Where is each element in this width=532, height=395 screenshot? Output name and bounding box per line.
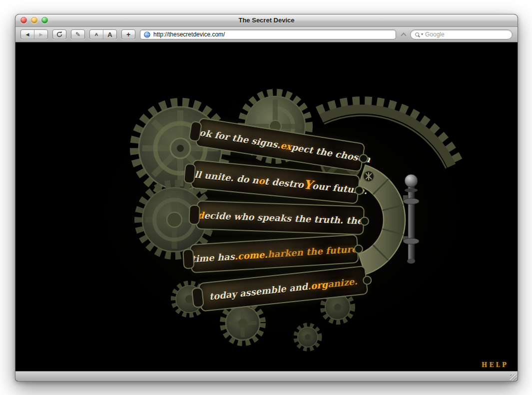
reload-button[interactable] [52,29,66,39]
field-resize-handle[interactable] [401,32,406,37]
title-bar[interactable]: The Secret Device [15,14,518,27]
desktop: { "window": { "title": "The Secret Devic… [0,0,532,395]
plaque-3-text: ecide who speaks the truth. the [204,210,363,226]
plaque-2-text-3: our future. [312,180,368,196]
add-bookmark-icon: + [126,30,130,38]
gear-small-bottom-center [223,303,263,343]
plaque-3-highlight: d [197,210,204,220]
history-nav-group: ◀ ▶ [20,29,48,39]
plaque-2-text: will unite. do n [183,168,259,185]
text-size-group: A A [89,29,117,39]
larger-text-icon: A [107,31,112,38]
zoom-button[interactable] [41,17,48,23]
smaller-text-icon: A [95,32,98,37]
plaque-1-text-2: pect the chosen [291,141,371,164]
larger-text-button[interactable]: A [103,30,116,39]
toolbar: ◀ ▶ ✎ A A + [15,27,518,42]
plaque-3[interactable]: decide who speaks the truth. the [196,200,365,235]
plaque-4-highlight: .come. [234,249,268,261]
search-caret-icon: ▾ [421,32,423,36]
add-bookmark-button[interactable]: + [121,29,135,39]
close-button[interactable] [20,17,27,23]
address-field[interactable]: http://thesecretdevice.com/ [140,29,396,39]
forward-icon: ▶ [39,32,43,37]
browser-window: The Secret Device ◀ ▶ ✎ A A [15,14,518,382]
forward-button[interactable]: ▶ [34,30,47,39]
help-link[interactable]: HELP [482,362,509,369]
status-bar [15,371,518,382]
plaque-4-gold: harken the future [267,243,358,259]
search-placeholder: Google [425,31,445,38]
address-value: http://thesecretdevice.com/ [153,31,225,38]
compose-button[interactable]: ✎ [71,29,85,39]
gear-tiny-bottom [296,325,320,349]
compose-icon: ✎ [75,31,80,38]
resize-grip[interactable] [510,375,517,382]
search-field[interactable]: ▾ Google [410,29,513,39]
back-icon: ◀ [26,32,29,37]
window-controls [20,17,48,23]
arc-emblem [363,171,374,182]
plaque-5-highlight: .org [307,279,328,291]
plaque-5-gold: anize. [327,276,358,289]
smaller-text-button[interactable]: A [90,30,103,39]
reload-icon [56,31,63,38]
plaque-5-text: today assemble and [209,281,308,302]
minimize-button[interactable] [31,17,37,23]
page-content: look for the signs. expect the chosen wi… [15,42,518,371]
window-title: The Secret Device [15,14,518,26]
plaque-2-text-2: t destro [264,176,304,190]
back-button[interactable]: ◀ [21,30,34,39]
plaque-1-text: look for the signs. [189,125,281,150]
plaque-4-text: time has [191,251,235,264]
globe-icon [144,31,150,38]
magnifier-icon [415,32,419,36]
